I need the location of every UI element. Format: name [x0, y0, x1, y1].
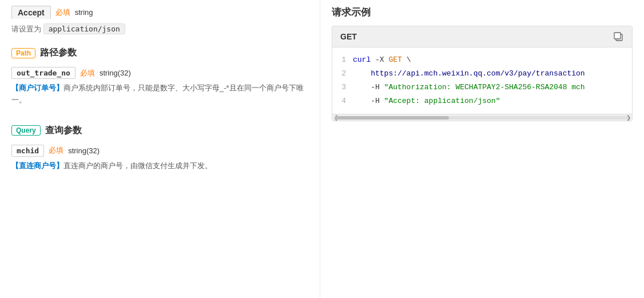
line-num-1: 1: [332, 54, 353, 66]
line-num-4: 4: [332, 95, 353, 108]
code-line-4: 4 -H "Accept: application/json": [332, 94, 632, 108]
path-section-header: Path 路径参数: [11, 47, 308, 59]
code-scrollbar[interactable]: ❮ ❯: [332, 114, 632, 121]
query-param-required-0: 必填: [49, 145, 63, 156]
accept-required: 必填: [55, 7, 70, 18]
query-param-desc-0: 【直连商户号】直连商户的商户号，由微信支付生成并下发。: [11, 160, 308, 172]
left-panel: Accept 必填 string 请设置为 application/json P…: [0, 0, 320, 298]
hint-code: application/json: [43, 23, 125, 34]
line-content-4: -H "Accept: application/json": [353, 95, 500, 108]
path-badge: Path: [11, 48, 35, 58]
accept-row: Accept 必填 string: [11, 6, 308, 19]
query-section-header: Query 查询参数: [11, 125, 308, 137]
right-panel: 请求示例 GET 1 curl -X GET \: [320, 0, 644, 298]
hint-text: 请设置为: [11, 25, 41, 33]
line-num-3: 3: [332, 81, 353, 94]
path-param-type-0: string(32): [100, 69, 131, 77]
path-param-name-0: out_trade_no: [11, 67, 75, 79]
svg-rect-1: [614, 33, 621, 39]
path-section-title: 路径参数: [40, 47, 77, 59]
scroll-right-arrow[interactable]: ❯: [626, 114, 631, 121]
request-title: 请求示例: [332, 6, 633, 19]
scroll-track: [335, 116, 630, 120]
copy-icon[interactable]: [613, 31, 624, 42]
code-line-1: 1 curl -X GET \: [332, 53, 632, 67]
query-param-type-0: string(32): [68, 146, 100, 155]
accept-tab: Accept: [11, 6, 51, 19]
code-line-2: 2 https://api.mch.weixin.qq.com/v3/pay/t…: [332, 67, 632, 81]
line-content-3: -H "Authorization: WECHATPAY2-SHA256-RSA…: [353, 81, 585, 94]
accept-type: string: [75, 8, 93, 17]
code-body: 1 curl -X GET \ 2 https://api.mch.weixin…: [332, 47, 632, 114]
code-method: GET: [340, 32, 357, 41]
line-num-2: 2: [332, 67, 353, 80]
scroll-thumb[interactable]: [335, 116, 449, 120]
path-param-row-0: out_trade_no 必填 string(32): [11, 67, 308, 79]
path-param-required-0: 必填: [80, 68, 95, 78]
line-content-1: curl -X GET \: [353, 54, 411, 66]
code-header: GET: [332, 26, 632, 47]
query-badge: Query: [11, 125, 41, 136]
path-param-desc-0: 【商户订单号】商户系统内部订单号，只能是数字、大小写字母_-*且在同一个商户号下…: [11, 82, 308, 106]
line-content-2: https://api.mch.weixin.qq.com/v3/pay/tra…: [353, 67, 585, 80]
query-param-name-0: mchid: [11, 145, 44, 157]
query-section-title: 查询参数: [45, 125, 82, 137]
query-param-row-0: mchid 必填 string(32): [11, 145, 308, 157]
accept-hint: 请设置为 application/json: [11, 23, 308, 34]
code-line-3: 3 -H "Authorization: WECHATPAY2-SHA256-R…: [332, 81, 632, 94]
code-box: GET 1 curl -X GET \ 2: [332, 26, 633, 121]
